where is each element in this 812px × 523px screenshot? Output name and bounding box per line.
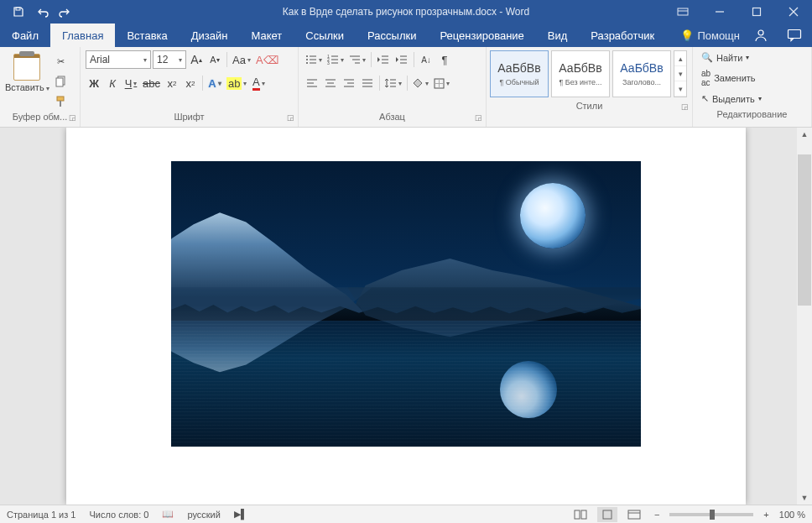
styles-launcher-icon[interactable]: ◲ — [681, 102, 689, 111]
zoom-in-icon[interactable]: + — [760, 510, 772, 520]
styles-gallery-expand[interactable]: ▴▾▾ — [674, 50, 687, 97]
paste-button[interactable]: Вставить — [5, 82, 49, 92]
tab-mailings[interactable]: Рассылки — [356, 24, 428, 47]
svg-rect-4 — [753, 8, 761, 16]
word-count[interactable]: Число слов: 0 — [89, 510, 148, 520]
subscript-button[interactable]: x2 — [164, 74, 180, 92]
style-heading1[interactable]: АаБбВв Заголово... — [612, 50, 671, 97]
outdent-icon[interactable] — [375, 50, 392, 69]
web-layout-icon[interactable] — [624, 507, 644, 522]
font-color-icon[interactable]: A — [250, 74, 267, 92]
svg-text:3: 3 — [327, 60, 330, 65]
redo-icon[interactable] — [54, 0, 77, 24]
cut-icon[interactable]: ✂ — [53, 54, 70, 69]
tab-insert[interactable]: Вставка — [115, 24, 179, 47]
tab-review[interactable]: Рецензирование — [428, 24, 535, 47]
read-mode-icon[interactable] — [570, 507, 591, 522]
borders-icon[interactable] — [432, 74, 451, 92]
scroll-up-icon[interactable]: ▲ — [797, 128, 812, 141]
numbering-icon[interactable]: 123 — [325, 50, 346, 69]
multilevel-icon[interactable] — [347, 50, 367, 69]
replace-icon: abac — [701, 69, 710, 87]
svg-point-17 — [306, 62, 308, 64]
undo-icon[interactable] — [30, 0, 54, 24]
font-name-combo[interactable]: Arial▾ — [86, 50, 151, 69]
font-launcher-icon[interactable]: ◲ — [287, 113, 294, 122]
scroll-thumb[interactable] — [798, 154, 811, 306]
zoom-level[interactable]: 100 % — [779, 510, 805, 520]
tab-view[interactable]: Вид — [536, 24, 580, 47]
maximize-icon[interactable] — [738, 0, 775, 24]
svg-rect-11 — [57, 97, 64, 101]
titlebar: Как в Врде сделать рисунок прозрачным.do… — [0, 0, 812, 24]
text-effects-icon[interactable]: A — [206, 74, 223, 92]
align-center-icon[interactable] — [322, 74, 339, 92]
underline-button[interactable]: Ч — [122, 74, 139, 92]
style-heading1-sample: АаБбВв — [620, 61, 663, 75]
clipboard-launcher-icon[interactable]: ◲ — [69, 113, 76, 122]
account-icon[interactable] — [748, 24, 773, 47]
font-size-combo[interactable]: 12▾ — [153, 50, 186, 69]
clipboard-group-label: Буфер обм... — [13, 112, 68, 122]
comments-icon[interactable] — [782, 24, 807, 47]
tab-layout[interactable]: Макет — [239, 24, 294, 47]
tell-me-help[interactable]: 💡Помощн — [680, 29, 740, 42]
replace-label: Заменить — [714, 73, 755, 83]
align-left-icon[interactable] — [304, 74, 320, 92]
page[interactable] — [66, 128, 746, 505]
print-layout-icon[interactable] — [597, 507, 617, 522]
tab-design[interactable]: Дизайн — [180, 24, 240, 47]
line-spacing-icon[interactable] — [383, 74, 403, 92]
align-right-icon[interactable] — [341, 74, 357, 92]
grow-font-icon[interactable]: A▴ — [188, 50, 205, 69]
change-case-icon[interactable]: Aa — [231, 50, 252, 69]
style-heading1-label: Заголово... — [615, 78, 669, 86]
scroll-down-icon[interactable]: ▼ — [797, 491, 812, 505]
language-status[interactable]: русский — [187, 510, 220, 520]
svg-text:1: 1 — [327, 55, 330, 59]
style-no-spacing[interactable]: АаБбВв ¶ Без инте... — [551, 50, 610, 97]
spellcheck-icon[interactable]: 📖 — [162, 509, 174, 520]
select-label: Выделить — [712, 94, 755, 104]
sort-icon[interactable]: A↓ — [418, 50, 435, 69]
save-icon[interactable] — [7, 0, 30, 24]
ribbon-display-icon[interactable] — [664, 0, 701, 24]
paste-icon[interactable] — [13, 54, 40, 81]
shading-icon[interactable] — [411, 74, 430, 92]
vertical-scrollbar[interactable]: ▲ ▼ — [797, 128, 812, 505]
strike-button[interactable]: abc — [141, 74, 162, 92]
indent-icon[interactable] — [393, 50, 410, 69]
clear-format-icon[interactable]: A⌫ — [254, 50, 280, 69]
svg-point-7 — [758, 30, 763, 35]
zoom-slider[interactable] — [669, 513, 753, 516]
bullets-icon[interactable] — [304, 50, 324, 69]
page-status[interactable]: Страница 1 из 1 — [7, 510, 75, 520]
close-icon[interactable] — [775, 0, 812, 24]
inserted-image[interactable] — [171, 161, 641, 447]
show-marks-icon[interactable]: ¶ — [436, 50, 453, 69]
minimize-icon[interactable] — [701, 0, 738, 24]
svg-rect-1 — [678, 8, 688, 15]
format-painter-icon[interactable] — [53, 94, 70, 109]
tab-developer[interactable]: Разработчик — [579, 24, 666, 47]
shrink-font-icon[interactable]: A▾ — [206, 50, 223, 69]
italic-button[interactable]: К — [104, 74, 121, 92]
find-button[interactable]: 🔍Найти▾ — [698, 50, 806, 65]
highlight-icon[interactable]: ab — [225, 74, 248, 92]
tab-file[interactable]: Файл — [0, 24, 50, 47]
tab-references[interactable]: Ссылки — [294, 24, 356, 47]
align-justify-icon[interactable] — [359, 74, 376, 92]
zoom-out-icon[interactable]: − — [651, 510, 663, 520]
select-button[interactable]: ↖Выделить▾ — [698, 92, 806, 106]
macro-icon[interactable]: ▶▌ — [234, 509, 247, 520]
style-no-spacing-label: ¶ Без инте... — [554, 78, 607, 86]
replace-button[interactable]: abacЗаменить — [698, 67, 806, 89]
copy-icon[interactable] — [53, 74, 70, 89]
bold-button[interactable]: Ж — [86, 74, 102, 92]
superscript-button[interactable]: x2 — [182, 74, 199, 92]
help-label: Помощн — [697, 29, 740, 42]
style-normal[interactable]: АаБбВв ¶ Обычный — [490, 50, 549, 97]
tab-home[interactable]: Главная — [50, 24, 115, 47]
svg-line-5 — [789, 8, 798, 16]
para-launcher-icon[interactable]: ◲ — [475, 113, 482, 122]
